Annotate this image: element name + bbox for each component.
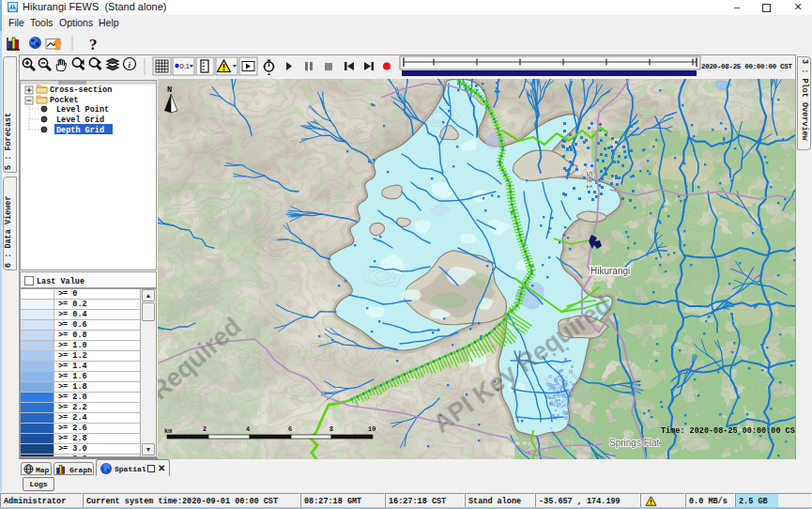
svg-text:10: 10 bbox=[368, 425, 375, 433]
svg-text:Depth Grid: Depth Grid bbox=[56, 126, 104, 135]
svg-text:0.1: 0.1 bbox=[180, 62, 190, 70]
svg-text:6: 6 bbox=[288, 425, 292, 433]
svg-text:Pocket: Pocket bbox=[50, 96, 79, 105]
svg-text:Time: 2020-08-25 00:00:00 CST: Time: 2020-08-25 00:00:00 CST bbox=[661, 426, 795, 436]
svg-text:N: N bbox=[167, 85, 172, 95]
svg-text:2: 2 bbox=[203, 425, 207, 433]
svg-text:Cross-section: Cross-section bbox=[50, 85, 112, 95]
svg-text:i: i bbox=[129, 60, 131, 69]
svg-text:Level Point: Level Point bbox=[56, 105, 109, 115]
svg-text:?: ? bbox=[89, 36, 98, 54]
svg-text:Level Grid: Level Grid bbox=[56, 116, 104, 125]
svg-text:km: km bbox=[164, 427, 172, 435]
svg-text:Hikurangi: Hikurangi bbox=[590, 266, 630, 276]
svg-text:4: 4 bbox=[246, 425, 250, 433]
svg-text:SH 1: SH 1 bbox=[585, 171, 594, 189]
svg-text:Springs Flat: Springs Flat bbox=[609, 438, 660, 448]
svg-text:2020-08-25 00:00:00 CST: 2020-08-25 00:00:00 CST bbox=[701, 63, 792, 70]
svg-text:8: 8 bbox=[329, 425, 333, 433]
